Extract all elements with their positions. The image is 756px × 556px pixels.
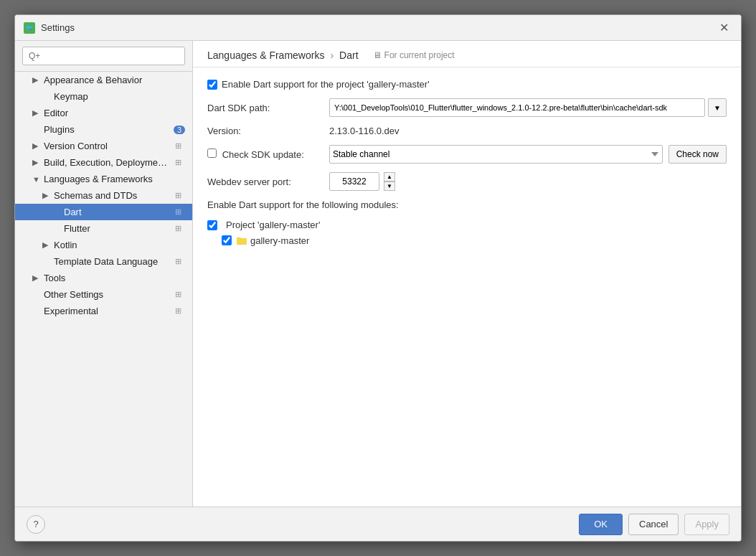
port-increment-button[interactable]: ▲ [384,172,395,182]
repo-icon: ⊞ [175,224,185,234]
repo-icon: ⊞ [175,141,185,151]
sidebar-item-tools[interactable]: ▶ Tools [15,270,192,286]
bottom-bar: ? OK Cancel Apply [15,506,741,541]
version-value: 2.13.0-116.0.dev [329,126,400,136]
arrow-icon [52,225,61,233]
module-sub-label: gallery-master [250,235,309,246]
repo-icon: ⊞ [175,257,185,267]
sidebar-item-dart[interactable]: Dart ⊞ [15,204,192,220]
stable-channel-select[interactable]: Stable channel [329,145,663,164]
sdk-path-input[interactable] [329,98,705,117]
sidebar-item-label: Editor [44,108,68,118]
search-input[interactable] [22,47,185,65]
panel-body: Enable Dart support for the project 'gal… [193,67,741,506]
version-label: Version: [207,126,329,136]
sidebar-item-experimental[interactable]: Experimental ⊞ [15,303,192,319]
sidebar-item-build[interactable]: ▶ Build, Execution, Deployme… ⊞ [15,154,192,171]
bottom-actions: OK Cancel Apply [579,514,729,535]
breadcrumb-2: Dart [339,50,358,61]
sidebar-item-label: Schemas and DTDs [54,190,137,201]
webdev-port-input[interactable] [329,172,379,191]
arrow-icon [42,93,51,101]
arrow-icon: ▶ [32,273,41,283]
arrow-icon: ▶ [32,141,41,151]
arrow-icon: ▶ [32,158,41,167]
sidebar-item-label: Appearance & Behavior [44,75,142,85]
repo-icon: ⊞ [175,191,185,201]
for-project-text: For current project [384,50,455,60]
module-project-label: Project 'gallery-master' [226,220,320,230]
sdk-path-dropdown[interactable]: ▼ [708,98,727,117]
webdev-port-control: ▲ ▼ [329,172,727,191]
enable-dart-row: Enable Dart support for the project 'gal… [207,79,727,90]
sidebar-item-flutter[interactable]: Flutter ⊞ [15,220,192,237]
check-sdk-control: Stable channel Check now [329,145,727,164]
sdk-path-label: Dart SDK path: [207,103,329,113]
enable-dart-checkbox[interactable] [207,80,217,90]
app-icon: 🐦 [24,22,35,34]
check-sdk-checkbox[interactable] [207,149,217,158]
modules-title: Enable Dart support for the following mo… [207,199,727,210]
help-button[interactable]: ? [27,515,45,534]
sidebar-item-label: Build, Execution, Deployme… [44,157,167,168]
webdev-port-row: Webdev server port: ▲ ▼ [207,172,727,191]
content-area: ▶ Appearance & Behavior Keymap ▶ Editor … [15,41,741,506]
cancel-button[interactable]: Cancel [628,514,679,535]
check-sdk-row: Check SDK update: Stable channel Check n… [207,145,727,164]
repo-icon: ⊞ [175,306,185,316]
sidebar-item-label: Languages & Frameworks [44,174,153,184]
breadcrumb-separator: › [330,50,334,61]
sdk-path-control: ▼ [329,98,727,117]
sidebar-item-template-data[interactable]: Template Data Language ⊞ [15,253,192,270]
settings-dialog: 🐦 Settings ✕ ▶ Appearance & Behavior Key… [14,14,742,542]
check-now-button[interactable]: Check now [668,145,727,164]
monitor-icon: 🖥 [373,50,382,60]
dialog-title: Settings [41,22,715,33]
svg-rect-2 [237,238,247,244]
sidebar-item-label: Dart [64,207,82,217]
arrow-icon: ▶ [32,75,41,85]
version-row: Version: 2.13.0-116.0.dev [207,126,727,136]
folder-svg [237,236,247,245]
sidebar-item-label: Tools [44,273,65,283]
arrow-icon: ▶ [42,240,51,250]
port-decrement-button[interactable]: ▼ [384,182,395,191]
sidebar-item-kotlin[interactable]: ▶ Kotlin [15,237,192,253]
ok-button[interactable]: OK [579,514,623,535]
sidebar-item-plugins[interactable]: Plugins 3 [15,121,192,138]
sidebar-item-other-settings[interactable]: Other Settings ⊞ [15,286,192,303]
sidebar-item-schemas[interactable]: ▶ Schemas and DTDs ⊞ [15,187,192,204]
arrow-icon [32,307,41,316]
version-control: 2.13.0-116.0.dev [329,126,727,136]
sidebar-item-label: Kotlin [54,240,77,250]
close-button[interactable]: ✕ [715,19,732,37]
sidebar-item-editor[interactable]: ▶ Editor [15,105,192,121]
port-spinner: ▲ ▼ [384,172,395,191]
sidebar-item-label: Experimental [44,306,98,316]
check-sdk-text: Check SDK update: [222,149,304,160]
sidebar-item-label: Keymap [54,91,88,102]
sdk-path-row: Dart SDK path: ▼ [207,98,727,117]
sidebar-item-languages[interactable]: ▼ Languages & Frameworks [15,171,192,187]
module-project-row: Project 'gallery-master' [207,217,727,232]
module-sub-checkbox[interactable] [222,235,232,245]
sidebar-item-keymap[interactable]: Keymap [15,88,192,105]
apply-button[interactable]: Apply [684,514,729,535]
breadcrumb-1: Languages & Frameworks [207,50,324,61]
sidebar-item-version-control[interactable]: ▶ Version Control ⊞ [15,138,192,154]
arrow-icon: ▼ [32,175,41,184]
title-bar: 🐦 Settings ✕ [15,15,741,41]
plugins-badge: 3 [174,126,185,134]
repo-icon: ⊞ [175,158,185,168]
module-sub-row: gallery-master [207,232,727,248]
folder-icon [236,235,247,246]
sidebar-item-label: Plugins [44,124,75,135]
module-project-checkbox[interactable] [207,220,217,230]
sidebar-item-label: Other Settings [44,289,103,300]
main-panel: Languages & Frameworks › Dart 🖥 For curr… [193,41,741,506]
sidebar-item-label: Version Control [44,141,108,151]
sidebar-item-appearance[interactable]: ▶ Appearance & Behavior [15,72,192,88]
arrow-icon [42,258,51,266]
arrow-icon [32,291,41,299]
arrow-icon: ▶ [32,108,41,118]
